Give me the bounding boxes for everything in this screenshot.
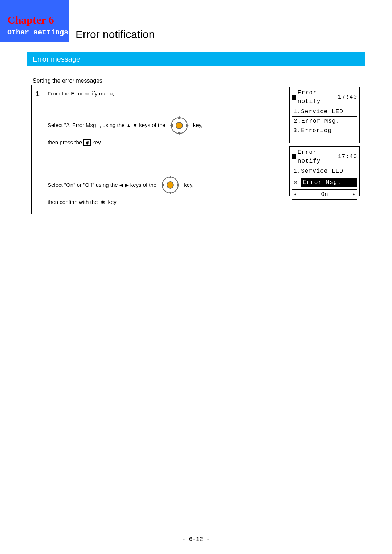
lcd-item-selected: 2.Error Msg. <box>292 116 357 126</box>
close-icon: ✕ <box>292 179 299 186</box>
lcd-title-row: Error notify 17:40 <box>292 89 357 106</box>
svg-point-1 <box>176 122 183 129</box>
arrow-left-icon: ◂ <box>294 191 296 198</box>
page-number: - 6-12 - <box>0 536 392 543</box>
lcd-value: On <box>321 190 328 199</box>
arrow-left-icon: ◀ <box>119 182 123 188</box>
lcd-item: 3.Errorlog <box>292 126 357 135</box>
chapter-header: Chapter 6 Other settings <box>0 0 69 42</box>
lcd-item: 1.Service LED <box>292 167 357 176</box>
arrow-up-icon: ▲ <box>126 123 131 128</box>
lcd-screen: Error notify 17:40 1.Service LED ✕ Error… <box>289 146 360 196</box>
step-text: key, <box>184 181 193 189</box>
step-text: From the Error notify menu, <box>48 90 114 98</box>
lcd-time: 17:40 <box>338 152 357 161</box>
square-icon <box>292 154 296 159</box>
table-row: 1 From the Error notify menu, Select "2.… <box>32 85 365 214</box>
step-text: key, <box>193 121 203 130</box>
chapter-label: Chapter 6 <box>7 14 69 26</box>
enter-key-icon: ◉ <box>99 199 106 205</box>
step-text: keys of the <box>130 181 157 189</box>
step-text: key. <box>92 139 102 147</box>
chapter-subtitle: Other settings <box>7 28 69 37</box>
step-text: Select "On" or "Off" using the <box>48 181 118 189</box>
section-title: Error message <box>27 52 365 66</box>
lcd-item: 1.Service LED <box>292 107 357 116</box>
enter-key-icon: ◉ <box>83 139 91 146</box>
subheading: Setting the error messages <box>33 78 102 84</box>
step-text: key. <box>108 198 117 206</box>
joystick-icon <box>160 175 180 195</box>
lcd-title-text: Error notify <box>298 89 336 106</box>
step-body: From the Error notify menu, Select "2. E… <box>44 85 365 214</box>
lcd-selected-row: ✕ Error Msg. <box>292 178 357 187</box>
step-text: keys of the <box>139 121 166 130</box>
step-text: Select "2. Error Msg.", using the <box>48 121 124 130</box>
page-title: Error notification <box>75 28 155 41</box>
joystick-icon <box>169 115 189 136</box>
lcd-title-row: Error notify 17:40 <box>292 148 357 165</box>
chapter-word: Chapter <box>7 14 46 26</box>
arrow-right-icon: ▶ <box>125 182 129 188</box>
step-number: 1 <box>32 85 44 214</box>
lcd-screen: Error notify 17:40 1.Service LED 2.Error… <box>289 87 360 143</box>
arrow-right-icon: ▸ <box>353 191 355 198</box>
step-text: then confirm with the <box>48 198 98 206</box>
lcd-value-row: ◂ On ▸ <box>292 189 357 200</box>
arrow-down-icon: ▼ <box>132 123 138 128</box>
steps-table: 1 From the Error notify menu, Select "2.… <box>31 85 365 214</box>
step-text: then press the <box>48 139 82 147</box>
lcd-selected-label: Error Msg. <box>301 178 357 187</box>
lcd-title-text: Error notify <box>298 148 336 165</box>
svg-point-7 <box>167 182 173 188</box>
chapter-number: 6 <box>49 14 54 26</box>
lcd-time: 17:40 <box>338 93 357 102</box>
square-icon <box>292 95 296 100</box>
